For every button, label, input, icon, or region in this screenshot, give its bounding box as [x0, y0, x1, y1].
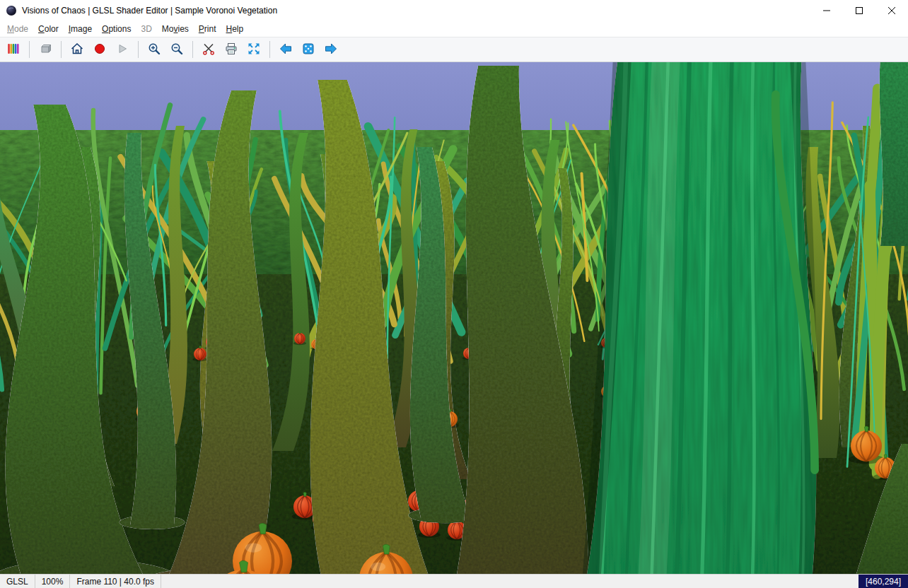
toolbar-separator: [61, 41, 62, 58]
stop-icon: [38, 42, 52, 58]
status-frame: Frame 110 | 40.0 fps: [70, 575, 161, 588]
menu-item-print[interactable]: Print: [194, 21, 221, 37]
toolbar-separator: [138, 41, 139, 58]
titlebar: Visions of Chaos | GLSL Shader Editor | …: [0, 0, 908, 21]
zoom-out-button[interactable]: [166, 40, 187, 59]
menubar: ModeColorImageOptions3DMoviesPrintHelp: [0, 21, 908, 37]
play-button: [112, 40, 133, 59]
toolbar-separator: [269, 41, 270, 58]
palette-button[interactable]: [3, 40, 24, 59]
menu-item-color[interactable]: Color: [33, 21, 64, 37]
print-icon: [224, 42, 238, 58]
record-icon: [93, 42, 107, 58]
status-zoom: 100%: [35, 575, 71, 588]
app-icon: [6, 5, 17, 16]
back-button[interactable]: [275, 40, 296, 59]
shader-render: [0, 62, 908, 574]
status-coordinates: [460,294]: [858, 575, 908, 588]
menu-item-options[interactable]: Options: [97, 21, 136, 37]
forward-button[interactable]: [320, 40, 342, 59]
window-controls: [810, 0, 908, 21]
status-mode: GLSL: [0, 575, 35, 588]
fullscreen-icon: [247, 42, 261, 58]
fullscreen-button[interactable]: [243, 40, 264, 59]
back-icon: [279, 42, 293, 58]
render-canvas[interactable]: [0, 62, 908, 574]
zoom-out-icon: [170, 42, 184, 58]
print-button[interactable]: [221, 40, 242, 59]
zoom-in-button[interactable]: [144, 40, 165, 59]
toolbar-separator: [192, 41, 193, 58]
palette-icon: [6, 42, 21, 58]
app-window: Visions of Chaos | GLSL Shader Editor | …: [0, 0, 908, 588]
minimize-button[interactable]: [810, 0, 843, 21]
menu-item-help[interactable]: Help: [221, 21, 249, 37]
record-button[interactable]: [89, 40, 110, 59]
close-button[interactable]: [875, 0, 908, 21]
menu-item-3d: 3D: [136, 21, 156, 37]
zoom-in-icon: [147, 42, 161, 58]
stop-button: [35, 40, 56, 59]
toolbar-separator: [29, 41, 30, 58]
toolbar: [0, 37, 908, 62]
home-button[interactable]: [66, 40, 88, 59]
window-title: Visions of Chaos | GLSL Shader Editor | …: [22, 6, 277, 16]
menu-item-movies[interactable]: Movies: [157, 21, 194, 37]
menu-item-image[interactable]: Image: [64, 21, 97, 37]
random-button[interactable]: [298, 40, 319, 59]
play-icon: [115, 42, 129, 58]
maximize-button[interactable]: [843, 0, 875, 21]
tools-button[interactable]: [198, 40, 219, 59]
home-icon: [70, 42, 84, 58]
status-spacer: [161, 575, 858, 588]
tools-icon: [202, 42, 216, 58]
random-icon: [301, 42, 315, 58]
menu-item-mode: Mode: [2, 21, 33, 37]
statusbar: GLSL 100% Frame 110 | 40.0 fps [460,294]: [0, 574, 908, 588]
forward-icon: [324, 42, 338, 58]
